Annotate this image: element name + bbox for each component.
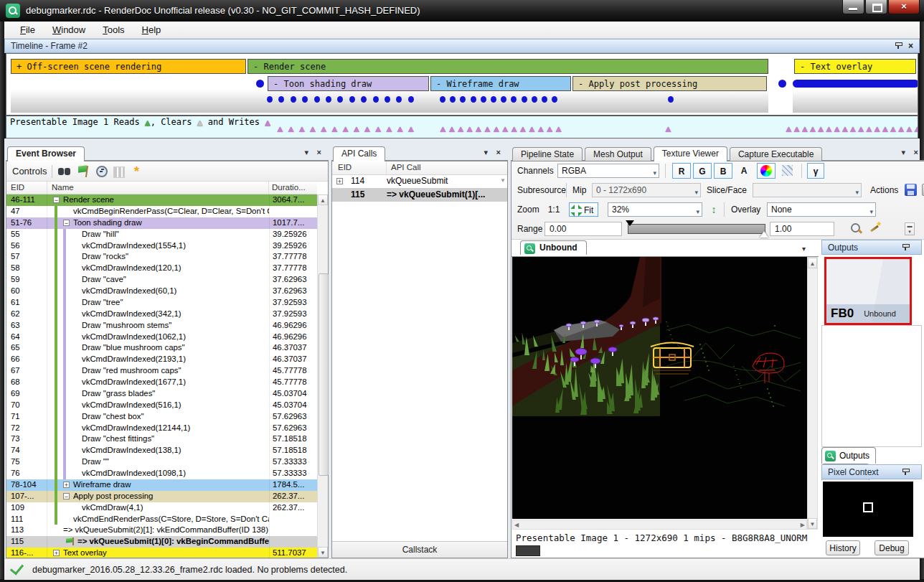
- flip-y-button[interactable]: ↕: [707, 202, 721, 217]
- tab-unbound[interactable]: Unbound: [520, 240, 587, 255]
- debug-button[interactable]: Debug: [874, 540, 909, 555]
- timeline-marker-toon-shading-draw[interactable]: - Toon shading draw: [268, 76, 429, 91]
- write-triangle-icon[interactable]: ▲: [913, 124, 918, 134]
- gamma-button[interactable]: γ: [807, 163, 824, 179]
- event-dot[interactable]: [491, 96, 496, 103]
- range-max-input[interactable]: 1.00: [770, 222, 834, 236]
- write-triangle-icon[interactable]: ▲: [395, 124, 405, 134]
- write-triangle-icon[interactable]: ▲: [536, 124, 545, 134]
- write-triangle-icon[interactable]: ▲: [509, 124, 519, 134]
- event-row[interactable]: 57Draw "rocks"37.77778: [6, 251, 317, 263]
- zoom-1to1-button[interactable]: 1:1: [543, 202, 565, 217]
- close-panel-icon[interactable]: ×: [908, 42, 913, 50]
- event-dot[interactable]: [778, 80, 786, 88]
- bookmark-icon[interactable]: *: [129, 164, 143, 179]
- column-duration[interactable]: Duratio...: [269, 182, 317, 194]
- event-row[interactable]: 115=> vkQueueSubmit(1)[0]: vkBeginComman…: [6, 536, 317, 548]
- scrollbar-thumb[interactable]: [319, 273, 329, 476]
- tab-pipeline-state[interactable]: Pipeline State: [512, 147, 583, 161]
- history-button[interactable]: History: [826, 540, 860, 555]
- event-row[interactable]: 67Draw "red mushroom caps"45.77778: [6, 365, 317, 377]
- write-triangle-icon[interactable]: ▲: [554, 124, 563, 134]
- write-triangle-icon[interactable]: ▲: [501, 124, 510, 134]
- write-triangle-icon[interactable]: ▲: [474, 124, 484, 134]
- chevron-down-icon[interactable]: ▾: [484, 148, 488, 157]
- event-browser-scrollbar[interactable]: ▲ ▼: [317, 194, 328, 558]
- event-dot[interactable]: [256, 80, 264, 88]
- range-min-input[interactable]: 0.00: [544, 222, 622, 236]
- close-icon[interactable]: ×: [496, 148, 501, 156]
- save-icon[interactable]: [905, 184, 917, 196]
- maximize-button[interactable]: [865, 0, 887, 14]
- close-icon[interactable]: ×: [914, 148, 918, 156]
- event-dot[interactable]: [471, 96, 476, 103]
- event-row[interactable]: 113=> vkQueueSubmit(2)[1]: vkEndCommandB…: [6, 525, 317, 536]
- write-triangle-icon[interactable]: ▲: [374, 124, 383, 134]
- expand-toggle[interactable]: +: [336, 178, 343, 184]
- texture-display[interactable]: [512, 257, 807, 519]
- autofit-wand-icon[interactable]: [869, 222, 881, 235]
- event-row[interactable]: 59Draw "cave"37.62963: [6, 274, 317, 286]
- write-triangle-icon[interactable]: ▲: [319, 124, 329, 134]
- event-dot[interactable]: [385, 96, 390, 103]
- write-triangle-icon[interactable]: ▲: [341, 124, 350, 134]
- event-row[interactable]: 75Draw ""57.33333: [6, 456, 317, 468]
- event-dot[interactable]: [542, 96, 547, 103]
- event-row[interactable]: 60vkCmdDrawIndexed(60,1)37.62963: [6, 286, 317, 297]
- timeline-marker-wireframe-draw[interactable]: - Wireframe draw: [430, 76, 571, 91]
- expand-toggle[interactable]: −: [63, 220, 70, 226]
- api-call-row[interactable]: 114+vkQueueSubmit: [332, 174, 507, 188]
- scroll-up-icon[interactable]: ▲: [808, 258, 817, 268]
- event-row[interactable]: 69Draw "grass blades"45.03704: [6, 388, 317, 400]
- event-row[interactable]: 64vkCmdDrawIndexed(1062,1)46.96296: [6, 332, 317, 343]
- menu-file[interactable]: File: [13, 23, 42, 37]
- write-triangle-icon[interactable]: ▲: [664, 124, 673, 134]
- close-button[interactable]: ×: [888, 0, 920, 14]
- menu-tools[interactable]: Tools: [95, 23, 131, 37]
- event-row[interactable]: 56vkCmdDrawIndexed(1554,1)39.25926: [6, 240, 317, 252]
- write-triangle-icon[interactable]: ▲: [483, 124, 492, 134]
- event-row[interactable]: 62vkCmdDrawIndexed(342,1)37.92593: [6, 309, 317, 320]
- overlay-select[interactable]: None▾: [767, 202, 876, 217]
- event-row[interactable]: 47vkCmdBeginRenderPass(C=Clear, D=Clear,…: [6, 206, 317, 217]
- chevron-down-icon[interactable]: ▾: [304, 148, 308, 157]
- alpha-checker-button[interactable]: [778, 163, 797, 179]
- tab-outputs[interactable]: Outputs: [821, 447, 876, 464]
- timeline-marker-apply-post-processing[interactable]: - Apply post processing: [572, 76, 767, 91]
- channels-select[interactable]: RGBA▾: [557, 164, 659, 178]
- range-slider[interactable]: [628, 224, 765, 234]
- channel-b-button[interactable]: B: [714, 163, 732, 179]
- chevron-down-icon[interactable]: ▾: [901, 148, 905, 157]
- texture-horizontal-scrollbar[interactable]: ◀ ▶: [512, 520, 807, 530]
- timeline-marker-render-scene[interactable]: - Render scene: [248, 59, 768, 74]
- event-dot[interactable]: [326, 96, 331, 103]
- scroll-down-icon[interactable]: ▼: [318, 547, 328, 558]
- channel-r-button[interactable]: R: [672, 163, 691, 179]
- api-call-row[interactable]: 115=> vkQueueSubmit(1)[...: [332, 188, 507, 202]
- zoom-fit-button[interactable]: Fit: [569, 202, 598, 217]
- pixel-context-view[interactable]: [823, 482, 913, 537]
- scroll-down-icon[interactable]: ▼: [808, 518, 817, 529]
- tab-texture-viewer[interactable]: Texture Viewer: [654, 146, 727, 161]
- event-row[interactable]: 116-...+Text overlay511.7037: [6, 548, 317, 558]
- event-row[interactable]: 76vkCmdDrawIndexed(1098,1)57.33333: [6, 468, 317, 479]
- event-dot[interactable]: [668, 96, 674, 103]
- write-triangle-icon[interactable]: ▲: [456, 124, 466, 134]
- event-dot[interactable]: [532, 96, 537, 103]
- range-options-dropdown[interactable]: ▬▾: [905, 222, 915, 235]
- custom-display-button[interactable]: [757, 163, 776, 179]
- pin-icon[interactable]: [895, 42, 902, 50]
- event-dot-run[interactable]: [793, 80, 918, 88]
- fb0-thumbnail[interactable]: FB0 Unbound: [824, 257, 912, 325]
- event-row[interactable]: 55Draw "hill"39.25926: [6, 229, 317, 240]
- write-triangle-icon[interactable]: ▲: [545, 124, 555, 134]
- event-dot[interactable]: [440, 96, 446, 103]
- event-row[interactable]: 78-104+Wireframe draw1784.5...: [6, 479, 317, 491]
- timeline-marker-text-overlay[interactable]: - Text overlay: [794, 59, 916, 74]
- scroll-up-icon[interactable]: ▲: [318, 194, 328, 205]
- chevron-down-icon[interactable]: ▾: [802, 245, 806, 253]
- event-dot[interactable]: [314, 96, 320, 103]
- minimize-button[interactable]: [842, 0, 864, 14]
- event-row[interactable]: 61Draw "tree"37.92593: [6, 297, 317, 309]
- write-triangle-icon[interactable]: ▲: [308, 124, 318, 134]
